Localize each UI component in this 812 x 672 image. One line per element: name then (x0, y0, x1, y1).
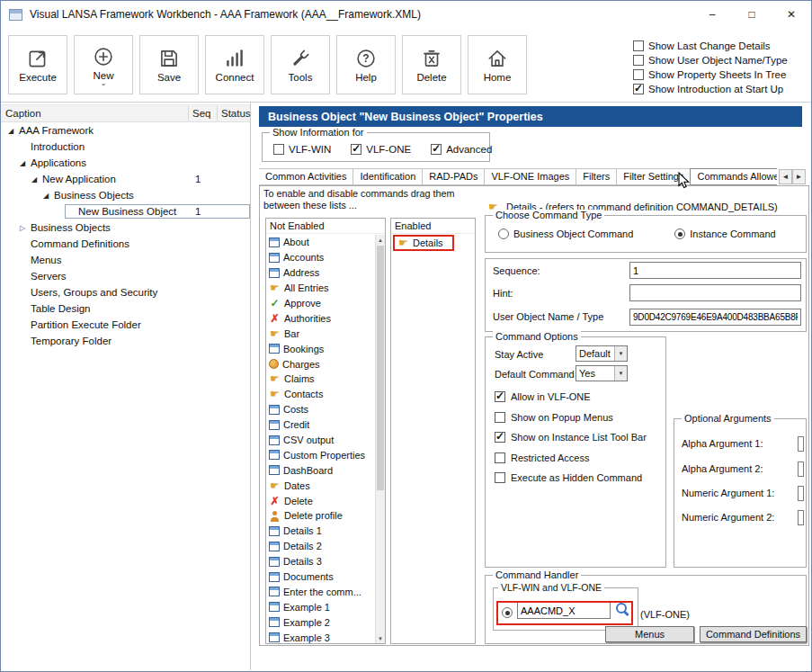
command-item[interactable]: All Entries (266, 281, 375, 296)
command-item[interactable]: Custom Properties (266, 447, 375, 462)
tree-row[interactable]: Command Definitions (1, 236, 250, 252)
tab-common-activities[interactable]: Common Activities (259, 168, 353, 185)
connect-button[interactable]: Connect ⌄ (205, 35, 264, 94)
checkbox-icon[interactable] (351, 144, 361, 155)
default-command-dropdown[interactable]: Yes ▼ (576, 365, 628, 381)
command-option-checkbox[interactable]: Restricted Access (495, 448, 647, 469)
stay-active-dropdown[interactable]: Default ▼ (576, 345, 628, 362)
delete-button[interactable]: Delete ⌄ (402, 35, 461, 94)
checkbox-icon[interactable] (495, 391, 505, 402)
command-item[interactable]: Credit (266, 417, 375, 433)
tree-row[interactable]: Partition Execute Folder (1, 317, 250, 333)
command-handler-input[interactable] (517, 602, 611, 619)
command-type-option[interactable]: Business Object Command (498, 228, 633, 239)
maximize-button[interactable]: □ (732, 1, 772, 28)
alpha-argument-2-field[interactable] (798, 461, 804, 477)
tab-scroll-right-icon[interactable]: ► (792, 169, 806, 184)
tree-row[interactable]: Table Design (1, 300, 250, 317)
tree-row[interactable]: AAA Framework (1, 122, 250, 139)
tab-identification[interactable]: Identification (352, 168, 423, 185)
minimize-button[interactable]: – (692, 1, 732, 28)
tab-filters[interactable]: Filters (576, 168, 617, 185)
tree-row[interactable]: Applications (1, 155, 250, 171)
tree-row[interactable]: Business Objects (1, 220, 250, 236)
command-item[interactable]: Delete profile (266, 508, 375, 524)
tools-button[interactable]: Tools ⌄ (271, 35, 330, 94)
tree-expander-icon[interactable] (31, 175, 42, 184)
command-item[interactable]: Example 2 (266, 614, 375, 630)
command-item[interactable]: CSV output (266, 433, 375, 448)
radio-icon[interactable] (674, 228, 685, 239)
command-item[interactable]: Bar (266, 326, 375, 341)
command-definitions-button[interactable]: Command Definitions (700, 626, 807, 642)
command-item[interactable]: Details 3 (266, 554, 375, 569)
command-item[interactable]: Details 1 (266, 524, 375, 539)
show-info-option[interactable]: VLF-WIN (273, 142, 331, 157)
scroll-up-icon[interactable]: ▲ (376, 235, 385, 245)
command-option-checkbox[interactable]: Execute as Hidden Command (495, 468, 647, 488)
command-item[interactable]: Example 3 (266, 630, 375, 643)
command-option-checkbox[interactable]: Allow in VLF-ONE (495, 387, 647, 408)
command-item[interactable]: Documents (266, 569, 375, 585)
tab-scroll-left-icon[interactable]: ◄ (779, 169, 792, 184)
command-handler-radio[interactable] (502, 607, 513, 618)
vertical-scrollbar[interactable]: ▲ ▼ (375, 235, 385, 643)
checkbox-icon[interactable] (633, 55, 644, 66)
command-item[interactable]: Charges (266, 356, 375, 372)
chevron-down-icon[interactable]: ▼ (614, 346, 627, 361)
command-item[interactable]: Details 2 (266, 539, 375, 554)
close-button[interactable]: ✕ (772, 1, 811, 28)
checkbox-icon[interactable] (495, 452, 505, 463)
tree-row[interactable]: Servers (1, 268, 250, 284)
toolbar-option[interactable]: Show Property Sheets In Tree (633, 67, 806, 82)
command-item[interactable]: Enter the comm... (266, 584, 375, 599)
tab-commands-allowed[interactable]: Commands Allowed (690, 168, 777, 185)
help-button[interactable]: ? Help ⌄ (336, 35, 396, 94)
toolbar-option[interactable]: Show Last Change Details (633, 39, 806, 53)
new-button[interactable]: New ⌄ (74, 35, 133, 94)
toolbar-option[interactable]: Show User Object Name/Type (633, 53, 806, 67)
command-item[interactable]: Approve (266, 296, 375, 311)
radio-icon[interactable] (498, 228, 509, 239)
command-item[interactable]: Example 1 (266, 599, 375, 614)
column-header-caption[interactable]: Caption (1, 105, 189, 121)
toolbar-option[interactable]: Show Introduction at Start Up (633, 82, 806, 96)
scroll-down-icon[interactable]: ▼ (376, 633, 385, 643)
checkbox-icon[interactable] (273, 144, 284, 155)
command-item[interactable]: Authorities (266, 310, 375, 326)
tree-expander-icon[interactable] (20, 224, 31, 232)
checkbox-icon[interactable] (633, 84, 644, 94)
home-button[interactable]: Home ⌄ (468, 35, 527, 94)
command-item[interactable]: Accounts (266, 250, 375, 265)
numeric-argument-2-field[interactable] (798, 510, 804, 525)
magnifier-icon[interactable] (616, 603, 630, 617)
command-item[interactable]: About (266, 235, 375, 250)
command-item[interactable]: Contacts (266, 387, 375, 402)
tree-expander-icon[interactable] (43, 192, 54, 200)
command-item[interactable]: Costs (266, 402, 375, 417)
tree-expander-icon[interactable] (20, 159, 31, 167)
tree-row[interactable]: Users, Groups and Security (1, 284, 250, 300)
column-header-status[interactable]: Status (218, 105, 250, 121)
user-object-field[interactable] (629, 309, 801, 326)
command-item[interactable]: Dates (266, 478, 375, 493)
command-item[interactable]: DashBoard (266, 462, 375, 478)
command-item[interactable]: Bookings (266, 341, 375, 356)
sequence-field[interactable] (629, 262, 801, 279)
tree-row[interactable]: Menus (1, 252, 250, 268)
checkbox-icon[interactable] (431, 144, 442, 155)
menus-button[interactable]: Menus (605, 626, 694, 642)
tab-rad-pads[interactable]: RAD-PADs (422, 168, 485, 185)
hint-field[interactable] (629, 284, 801, 301)
alpha-argument-1-field[interactable] (798, 436, 804, 452)
checkbox-icon[interactable] (495, 472, 505, 483)
chevron-down-icon[interactable]: ▼ (614, 366, 627, 381)
checkbox-icon[interactable] (495, 412, 505, 423)
save-button[interactable]: Save ⌄ (139, 35, 199, 94)
show-info-option[interactable]: VLF-ONE (351, 142, 411, 157)
scroll-thumb[interactable] (377, 246, 384, 490)
checkbox-icon[interactable] (633, 40, 644, 51)
command-option-checkbox[interactable]: Show on Popup Menus (495, 408, 647, 428)
command-option-checkbox[interactable]: Show on Instance List Tool Bar (495, 427, 647, 448)
tree-row[interactable]: Temporary Folder (1, 333, 250, 349)
